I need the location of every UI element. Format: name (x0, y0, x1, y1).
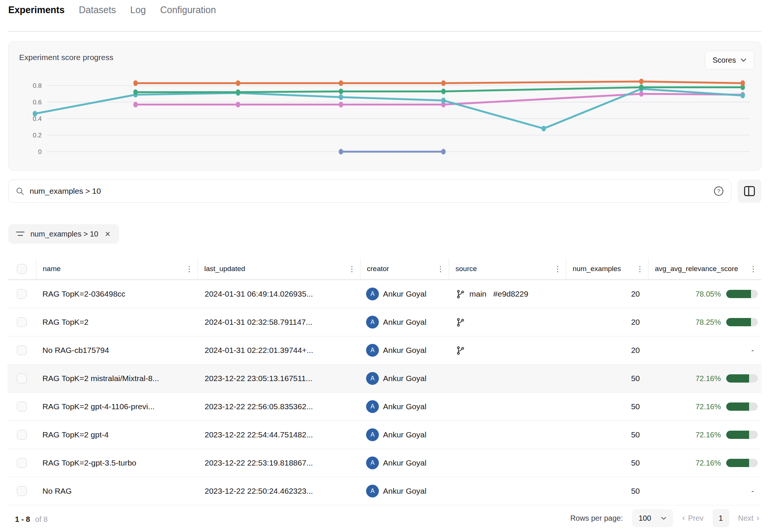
score-orange-point (133, 80, 138, 86)
table-row[interactable]: RAG TopK=2-036498cc2024-01-31 06:49:14.0… (8, 280, 761, 308)
score-bar-fill (726, 290, 751, 298)
tab-datasets[interactable]: Datasets (79, 5, 116, 15)
column-menu-icon[interactable]: ⋮ (437, 264, 449, 273)
row-checkbox[interactable] (17, 486, 27, 496)
table-row[interactable]: RAG TopK=2 gpt-4-1106-previ...2023-12-22… (8, 393, 761, 421)
score-bar-fill (726, 374, 749, 383)
table-row[interactable]: RAG TopK=2 mistralai/Mixtral-8...2023-12… (8, 365, 761, 393)
table-row[interactable]: RAG TopK=2-gpt-3.5-turbo2023-12-22 22:53… (8, 449, 761, 477)
column-menu-icon[interactable]: ⋮ (554, 264, 566, 273)
experiment-name[interactable]: No RAG (36, 487, 198, 496)
column-label: name (43, 265, 61, 273)
rows-per-page-select[interactable]: 100 (632, 509, 673, 527)
tab-experiments[interactable]: Experiments (8, 5, 65, 15)
row-checkbox-cell (8, 289, 36, 299)
current-page-button[interactable]: 1 (713, 509, 729, 527)
column-header-avg_avg_relevance_score[interactable]: avg_avg_relevance_score⋮ (648, 258, 761, 279)
creator-cell: AAnkur Goyal (360, 457, 449, 469)
row-checkbox[interactable] (17, 430, 27, 440)
row-checkbox-cell (8, 402, 36, 411)
next-label: Next (738, 514, 754, 523)
chevron-down-icon (661, 517, 666, 520)
last-updated: 2024-01-31 06:49:14.026935... (198, 289, 360, 298)
column-menu-icon[interactable]: ⋮ (636, 264, 648, 273)
split-panel-button[interactable] (737, 179, 761, 203)
filter-chip[interactable]: num_examples > 10 ✕ (8, 224, 119, 244)
last-updated: 2023-12-22 22:54:44.751482... (198, 430, 360, 439)
help-icon[interactable]: ? (713, 185, 724, 197)
row-checkbox[interactable] (17, 345, 27, 355)
score-green-point (236, 89, 240, 95)
row-checkbox[interactable] (17, 374, 27, 383)
experiment-name[interactable]: RAG TopK=2-gpt-3.5-turbo (36, 458, 198, 467)
row-checkbox-cell (8, 374, 36, 383)
row-checkbox-cell (8, 317, 36, 327)
column-header-name[interactable]: name⋮ (36, 258, 198, 279)
experiment-name[interactable]: RAG TopK=2 gpt-4-1106-previ... (36, 402, 198, 411)
creator-name: Ankur Goyal (383, 487, 427, 496)
avatar: A (366, 428, 379, 441)
score-bar (726, 290, 758, 298)
column-header-source[interactable]: source⋮ (449, 258, 566, 279)
creator-cell: AAnkur Goyal (360, 428, 449, 441)
column-menu-icon[interactable]: ⋮ (348, 264, 360, 273)
experiment-name[interactable]: RAG TopK=2 mistralai/Mixtral-8... (36, 374, 198, 383)
tab-log[interactable]: Log (130, 5, 146, 15)
creator-cell: AAnkur Goyal (360, 485, 449, 497)
row-checkbox[interactable] (17, 317, 27, 327)
relevance-score-cell: - (648, 487, 761, 496)
row-checkbox[interactable] (17, 289, 27, 299)
experiment-name[interactable]: No RAG-cb175794 (36, 346, 198, 355)
filter-chip-close-icon[interactable]: ✕ (104, 230, 112, 238)
score-bar-fill (726, 459, 749, 467)
next-page-button[interactable]: Next› (738, 514, 759, 523)
score-bar-fill (726, 402, 749, 411)
table-body: RAG TopK=2-036498cc2024-01-31 06:49:14.0… (8, 280, 761, 505)
branch-name: main (469, 289, 487, 298)
column-header-creator[interactable]: creator⋮ (360, 258, 449, 279)
experiment-name[interactable]: RAG TopK=2-036498cc (36, 289, 198, 298)
num-examples: 20 (566, 289, 648, 298)
experiment-score-card: 0.80.60.40.20 Experiment score progress … (8, 41, 761, 171)
score-empty: - (751, 346, 758, 355)
experiment-name[interactable]: RAG TopK=2 gpt-4 (36, 430, 198, 439)
range-text: 1 - 8 (15, 515, 30, 523)
table-row[interactable]: No RAG2023-12-22 22:50:24.462323...AAnku… (8, 477, 761, 505)
score-percent: 78.05% (695, 290, 721, 298)
score-progress-chart: 0.80.60.40.20 (9, 42, 761, 170)
last-updated: 2024-01-31 02:22:01.39744+... (198, 346, 360, 355)
tab-configuration[interactable]: Configuration (160, 5, 216, 15)
score-orange-point (339, 80, 343, 86)
column-label: num_examples (573, 265, 621, 273)
column-menu-icon[interactable]: ⋮ (749, 264, 761, 273)
score-orange-point (639, 79, 644, 84)
score-teal-point (33, 111, 37, 116)
prev-page-button[interactable]: ‹Prev (682, 514, 703, 523)
top-nav: ExperimentsDatasetsLogConfiguration (8, 5, 216, 15)
y-axis-tick: 0.2 (33, 132, 42, 139)
avatar: A (366, 288, 379, 300)
search-icon (15, 187, 24, 196)
search-input[interactable] (30, 187, 713, 196)
table-row[interactable]: No RAG-cb1757942024-01-31 02:22:01.39744… (8, 336, 761, 365)
relevance-score-cell: 72.16% (648, 459, 761, 467)
table-row[interactable]: RAG TopK=22024-01-31 02:32:58.791147...A… (8, 308, 761, 336)
score-orange-line (136, 81, 743, 83)
table-row[interactable]: RAG TopK=2 gpt-42023-12-22 22:54:44.7514… (8, 421, 761, 449)
row-checkbox-cell (8, 458, 36, 468)
experiment-name[interactable]: RAG TopK=2 (36, 318, 198, 327)
select-all-checkbox[interactable] (17, 264, 27, 274)
row-checkbox[interactable] (17, 458, 27, 468)
nav-divider (8, 31, 761, 32)
scores-dropdown-button[interactable]: Scores (705, 51, 754, 69)
rows-per-page-value: 100 (639, 514, 651, 523)
column-header-last_updated[interactable]: last_updated⋮ (198, 258, 360, 279)
score-blue-zero-point (441, 149, 446, 155)
column-header-num_examples[interactable]: num_examples⋮ (566, 258, 648, 279)
row-checkbox[interactable] (17, 402, 27, 411)
search-bar[interactable]: ? (8, 179, 731, 203)
num-examples: 50 (566, 458, 648, 467)
column-menu-icon[interactable]: ⋮ (185, 264, 198, 273)
creator-cell: AAnkur Goyal (360, 316, 449, 329)
score-pink-line (136, 94, 743, 105)
